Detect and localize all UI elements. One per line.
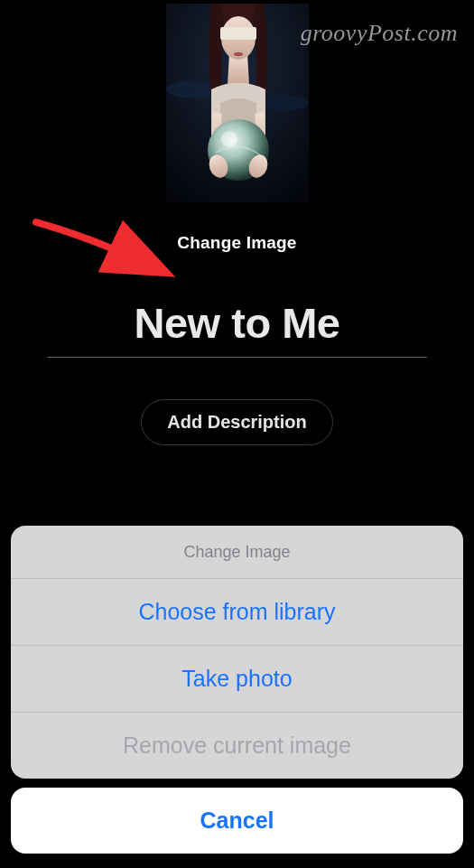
cover-art-svg bbox=[166, 4, 309, 202]
phone-screen: Change Image New to Me Add Description g… bbox=[0, 0, 474, 868]
take-photo-option[interactable]: Take photo bbox=[11, 646, 463, 713]
title-underline bbox=[48, 357, 427, 358]
action-sheet-group: Change Image Choose from library Take ph… bbox=[11, 526, 463, 779]
playlist-cover-image[interactable] bbox=[166, 4, 309, 202]
svg-rect-4 bbox=[220, 27, 256, 40]
svg-point-5 bbox=[234, 52, 243, 56]
playlist-title-input[interactable]: New to Me bbox=[48, 298, 427, 348]
remove-current-image-option[interactable]: Remove current image bbox=[11, 713, 463, 779]
cancel-group: Cancel bbox=[11, 788, 463, 854]
cancel-button[interactable]: Cancel bbox=[11, 788, 463, 854]
add-description-button[interactable]: Add Description bbox=[141, 399, 332, 445]
svg-point-7 bbox=[221, 131, 237, 147]
change-image-link[interactable]: Change Image bbox=[177, 233, 296, 253]
choose-from-library-option[interactable]: Choose from library bbox=[11, 579, 463, 646]
edit-playlist-content: Change Image New to Me Add Description bbox=[0, 0, 474, 445]
action-sheet: Change Image Choose from library Take ph… bbox=[0, 526, 474, 868]
action-sheet-title: Change Image bbox=[11, 526, 463, 579]
